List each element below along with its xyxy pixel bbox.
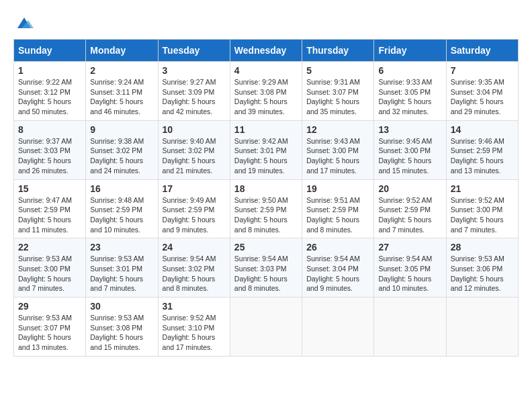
day-cell: 27 Sunrise: 9:54 AM Sunset: 3:05 PM Dayl…	[374, 238, 446, 298]
day-number: 23	[90, 242, 153, 253]
day-cell: 3 Sunrise: 9:27 AM Sunset: 3:09 PM Dayli…	[158, 62, 230, 121]
day-number: 13	[378, 124, 441, 135]
day-number: 22	[18, 242, 81, 253]
day-number: 16	[90, 183, 153, 194]
day-cell: 11 Sunrise: 9:42 AM Sunset: 3:01 PM Dayl…	[230, 120, 302, 179]
header-cell-friday: Friday	[374, 40, 446, 62]
day-number: 21	[451, 183, 514, 194]
day-number: 7	[451, 65, 514, 76]
day-cell: 1 Sunrise: 9:22 AM Sunset: 3:12 PM Dayli…	[14, 62, 86, 121]
day-cell	[374, 298, 446, 357]
header-row: SundayMondayTuesdayWednesdayThursdayFrid…	[14, 40, 519, 62]
day-cell: 19 Sunrise: 9:51 AM Sunset: 2:59 PM Dayl…	[302, 179, 374, 238]
day-number: 11	[234, 124, 298, 135]
logo-icon	[15, 13, 34, 32]
day-info: Sunrise: 9:54 AM Sunset: 3:05 PM Dayligh…	[378, 254, 441, 293]
day-info: Sunrise: 9:48 AM Sunset: 2:59 PM Dayligh…	[90, 195, 153, 235]
day-cell: 7 Sunrise: 9:35 AM Sunset: 3:04 PM Dayli…	[446, 62, 518, 121]
header-cell-saturday: Saturday	[446, 40, 518, 62]
day-number: 31	[163, 301, 226, 312]
day-info: Sunrise: 9:53 AM Sunset: 3:08 PM Dayligh…	[90, 313, 153, 353]
day-number: 14	[451, 124, 514, 135]
day-cell: 20 Sunrise: 9:52 AM Sunset: 2:59 PM Dayl…	[374, 179, 446, 238]
header-cell-thursday: Thursday	[302, 40, 374, 62]
day-info: Sunrise: 9:51 AM Sunset: 2:59 PM Dayligh…	[306, 195, 369, 235]
day-cell: 26 Sunrise: 9:54 AM Sunset: 3:04 PM Dayl…	[302, 238, 374, 298]
day-cell: 23 Sunrise: 9:53 AM Sunset: 3:01 PM Dayl…	[86, 238, 158, 298]
day-cell: 6 Sunrise: 9:33 AM Sunset: 3:05 PM Dayli…	[374, 62, 446, 121]
day-number: 28	[451, 242, 514, 253]
day-info: Sunrise: 9:33 AM Sunset: 3:05 PM Dayligh…	[378, 77, 441, 117]
day-number: 27	[378, 242, 441, 253]
day-info: Sunrise: 9:40 AM Sunset: 3:02 PM Dayligh…	[163, 136, 226, 176]
day-info: Sunrise: 9:43 AM Sunset: 3:00 PM Dayligh…	[306, 136, 369, 176]
day-cell: 17 Sunrise: 9:49 AM Sunset: 2:59 PM Dayl…	[158, 179, 230, 238]
day-cell: 29 Sunrise: 9:53 AM Sunset: 3:07 PM Dayl…	[14, 298, 86, 357]
day-cell	[302, 298, 374, 357]
day-info: Sunrise: 9:53 AM Sunset: 3:06 PM Dayligh…	[451, 254, 514, 293]
day-info: Sunrise: 9:50 AM Sunset: 2:59 PM Dayligh…	[234, 195, 298, 235]
day-cell: 16 Sunrise: 9:48 AM Sunset: 2:59 PM Dayl…	[86, 179, 158, 238]
day-cell: 5 Sunrise: 9:31 AM Sunset: 3:07 PM Dayli…	[302, 62, 374, 121]
day-info: Sunrise: 9:54 AM Sunset: 3:02 PM Dayligh…	[163, 254, 226, 293]
day-info: Sunrise: 9:47 AM Sunset: 2:59 PM Dayligh…	[18, 195, 81, 235]
day-number: 8	[18, 124, 81, 135]
calendar-body: 1 Sunrise: 9:22 AM Sunset: 3:12 PM Dayli…	[14, 62, 519, 357]
day-cell	[446, 298, 518, 357]
day-cell: 12 Sunrise: 9:43 AM Sunset: 3:00 PM Dayl…	[302, 120, 374, 179]
day-cell: 14 Sunrise: 9:46 AM Sunset: 2:59 PM Dayl…	[446, 120, 518, 179]
day-cell: 10 Sunrise: 9:40 AM Sunset: 3:02 PM Dayl…	[158, 120, 230, 179]
day-info: Sunrise: 9:27 AM Sunset: 3:09 PM Dayligh…	[163, 77, 226, 117]
day-number: 4	[234, 65, 298, 76]
day-info: Sunrise: 9:46 AM Sunset: 2:59 PM Dayligh…	[451, 136, 514, 176]
day-info: Sunrise: 9:53 AM Sunset: 3:01 PM Dayligh…	[90, 254, 153, 293]
day-number: 19	[306, 183, 369, 194]
logo	[13, 13, 34, 32]
day-info: Sunrise: 9:52 AM Sunset: 2:59 PM Dayligh…	[378, 195, 441, 235]
day-info: Sunrise: 9:42 AM Sunset: 3:01 PM Dayligh…	[234, 136, 298, 176]
day-info: Sunrise: 9:45 AM Sunset: 3:00 PM Dayligh…	[378, 136, 441, 176]
day-info: Sunrise: 9:24 AM Sunset: 3:11 PM Dayligh…	[90, 77, 153, 117]
day-cell: 15 Sunrise: 9:47 AM Sunset: 2:59 PM Dayl…	[14, 179, 86, 238]
day-info: Sunrise: 9:49 AM Sunset: 2:59 PM Dayligh…	[163, 195, 226, 235]
week-row-2: 8 Sunrise: 9:37 AM Sunset: 3:03 PM Dayli…	[14, 120, 519, 179]
header-cell-tuesday: Tuesday	[158, 40, 230, 62]
day-info: Sunrise: 9:35 AM Sunset: 3:04 PM Dayligh…	[451, 77, 514, 117]
day-info: Sunrise: 9:53 AM Sunset: 3:00 PM Dayligh…	[18, 254, 81, 293]
day-info: Sunrise: 9:54 AM Sunset: 3:04 PM Dayligh…	[306, 254, 369, 293]
day-number: 6	[378, 65, 441, 76]
day-number: 10	[163, 124, 226, 135]
day-info: Sunrise: 9:53 AM Sunset: 3:07 PM Dayligh…	[18, 313, 81, 353]
header-cell-wednesday: Wednesday	[230, 40, 302, 62]
day-number: 26	[306, 242, 369, 253]
week-row-5: 29 Sunrise: 9:53 AM Sunset: 3:07 PM Dayl…	[14, 298, 519, 357]
day-info: Sunrise: 9:22 AM Sunset: 3:12 PM Dayligh…	[18, 77, 81, 117]
day-info: Sunrise: 9:52 AM Sunset: 3:00 PM Dayligh…	[451, 195, 514, 235]
day-cell	[230, 298, 302, 357]
header-cell-sunday: Sunday	[14, 40, 86, 62]
day-number: 15	[18, 183, 81, 194]
day-cell: 2 Sunrise: 9:24 AM Sunset: 3:11 PM Dayli…	[86, 62, 158, 121]
day-number: 25	[234, 242, 298, 253]
day-info: Sunrise: 9:52 AM Sunset: 3:10 PM Dayligh…	[163, 313, 226, 353]
day-cell: 30 Sunrise: 9:53 AM Sunset: 3:08 PM Dayl…	[86, 298, 158, 357]
day-number: 20	[378, 183, 441, 194]
calendar-table: SundayMondayTuesdayWednesdayThursdayFrid…	[13, 39, 519, 357]
week-row-4: 22 Sunrise: 9:53 AM Sunset: 3:00 PM Dayl…	[14, 238, 519, 298]
day-cell: 4 Sunrise: 9:29 AM Sunset: 3:08 PM Dayli…	[230, 62, 302, 121]
day-number: 17	[163, 183, 226, 194]
page-header	[13, 13, 519, 32]
day-info: Sunrise: 9:29 AM Sunset: 3:08 PM Dayligh…	[234, 77, 298, 117]
header-cell-monday: Monday	[86, 40, 158, 62]
day-info: Sunrise: 9:31 AM Sunset: 3:07 PM Dayligh…	[306, 77, 369, 117]
day-cell: 9 Sunrise: 9:38 AM Sunset: 3:02 PM Dayli…	[86, 120, 158, 179]
day-cell: 18 Sunrise: 9:50 AM Sunset: 2:59 PM Dayl…	[230, 179, 302, 238]
day-number: 29	[18, 301, 81, 312]
day-cell: 31 Sunrise: 9:52 AM Sunset: 3:10 PM Dayl…	[158, 298, 230, 357]
day-number: 1	[18, 65, 81, 76]
day-number: 2	[90, 65, 153, 76]
day-cell: 8 Sunrise: 9:37 AM Sunset: 3:03 PM Dayli…	[14, 120, 86, 179]
day-cell: 25 Sunrise: 9:54 AM Sunset: 3:03 PM Dayl…	[230, 238, 302, 298]
day-info: Sunrise: 9:54 AM Sunset: 3:03 PM Dayligh…	[234, 254, 298, 293]
day-cell: 24 Sunrise: 9:54 AM Sunset: 3:02 PM Dayl…	[158, 238, 230, 298]
